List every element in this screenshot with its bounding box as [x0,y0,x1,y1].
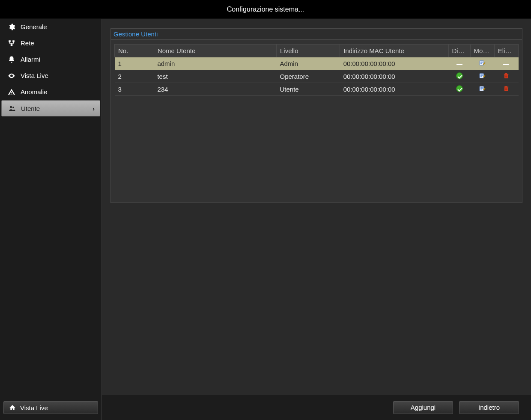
content-area: Gestione Utenti No. Nome Utente Livello … [102,19,531,395]
cell-delete [494,70,518,83]
cell-level: Utente [277,83,340,96]
network-icon [8,39,15,47]
delete-trash-icon[interactable] [503,85,510,92]
sidebar-item-label: Rete [21,39,34,47]
cell-level: Admin [277,57,340,70]
svg-point-3 [11,75,12,76]
col-header-username[interactable]: Nome Utente [154,45,276,57]
window-title: Configurazione sistema... [227,6,304,13]
col-header-modify[interactable]: Mod... [470,45,494,57]
window-titlebar: Configurazione sistema... [0,0,531,19]
sidebar-item-vistalive[interactable]: Vista Live [0,68,101,84]
footer-left: Vista Live [0,395,102,420]
footer-right: Aggiungi Indietro [102,401,531,414]
table-row[interactable]: 2testOperatore00:00:00:00:00:00 [115,70,519,83]
eye-icon [8,72,15,80]
cell-delete [494,83,518,96]
col-header-mac[interactable]: Indirizzo MAC Utente [340,45,448,57]
user-management-panel: Gestione Utenti No. Nome Utente Livello … [110,28,522,203]
svg-rect-0 [9,40,11,42]
cell-no: 3 [115,83,154,96]
cell-mac: 00:00:00:00:00:00 [340,70,448,83]
delete-dash-icon [503,64,509,65]
cell-mac: 00:00:00:00:00:00 [340,57,448,70]
cell-rights [448,83,470,96]
modify-edit-icon[interactable] [479,60,486,66]
vista-live-button[interactable]: Vista Live [3,401,98,414]
svg-point-5 [12,107,14,108]
panel-body: No. Nome Utente Livello Indirizzo MAC Ut… [111,40,522,203]
svg-rect-10 [505,73,507,74]
cell-username: 234 [154,83,276,96]
chevron-right-icon: › [92,105,95,112]
main-area: Generale Rete Allarmi Vista Live Anomali… [0,19,531,395]
panel-header: Gestione Utenti [111,29,522,40]
svg-rect-1 [12,40,15,42]
svg-rect-13 [504,86,509,87]
sidebar-item-generale[interactable]: Generale [0,19,101,35]
cell-modify [470,57,494,70]
col-header-level[interactable]: Livello [277,45,340,57]
sidebar-item-allarmi[interactable]: Allarmi [0,51,101,68]
sidebar-item-rete[interactable]: Rete [0,35,101,51]
sidebar-item-label: Anomalie [21,88,48,95]
bell-icon [8,56,15,63]
modify-edit-icon[interactable] [479,85,486,92]
back-button[interactable]: Indietro [459,401,519,414]
rights-dash-icon [456,64,462,65]
cell-rights [448,70,470,83]
cell-username: test [154,70,276,83]
sidebar-item-label: Generale [21,23,47,30]
cell-username: admin [154,57,276,70]
col-header-rights[interactable]: Diritti [448,45,470,57]
cell-modify [470,70,494,83]
footer-bar: Vista Live Aggiungi Indietro [0,395,531,420]
users-table: No. Nome Utente Livello Indirizzo MAC Ut… [114,44,519,96]
svg-rect-14 [505,86,507,86]
svg-rect-9 [504,74,509,74]
delete-trash-icon[interactable] [503,72,510,79]
cell-delete [494,57,518,70]
sidebar: Generale Rete Allarmi Vista Live Anomali… [0,19,102,395]
sidebar-item-utente[interactable]: Utente › [1,100,100,116]
col-header-no[interactable]: No. [115,45,154,57]
cell-no: 2 [115,70,154,83]
panel-title: Gestione Utenti [113,30,158,38]
cell-rights [448,57,470,70]
cell-modify [470,83,494,96]
sidebar-item-label: Utente [21,105,40,112]
modify-edit-icon[interactable] [479,72,486,79]
table-header-row: No. Nome Utente Livello Indirizzo MAC Ut… [115,45,519,57]
cell-level: Operatore [277,70,340,83]
sidebar-item-label: Allarmi [21,56,40,63]
users-icon [8,104,16,112]
svg-rect-2 [11,44,13,46]
sidebar-item-label: Vista Live [21,72,48,79]
home-icon [9,404,16,411]
table-row[interactable]: 1adminAdmin00:00:00:00:00:00 [115,57,519,70]
add-button[interactable]: Aggiungi [393,401,453,414]
sidebar-item-anomalie[interactable]: Anomalie [0,84,101,100]
cell-no: 1 [115,57,154,70]
rights-check-icon[interactable] [456,72,463,79]
cell-mac: 00:00:00:00:00:00 [340,83,448,96]
col-header-delete[interactable]: Elimi... [494,45,518,57]
rights-check-icon[interactable] [456,85,463,92]
warning-icon [8,88,15,96]
svg-point-4 [10,106,12,108]
table-row[interactable]: 3234Utente00:00:00:00:00:00 [115,83,519,96]
gear-icon [8,23,15,31]
vista-live-label: Vista Live [20,404,48,411]
